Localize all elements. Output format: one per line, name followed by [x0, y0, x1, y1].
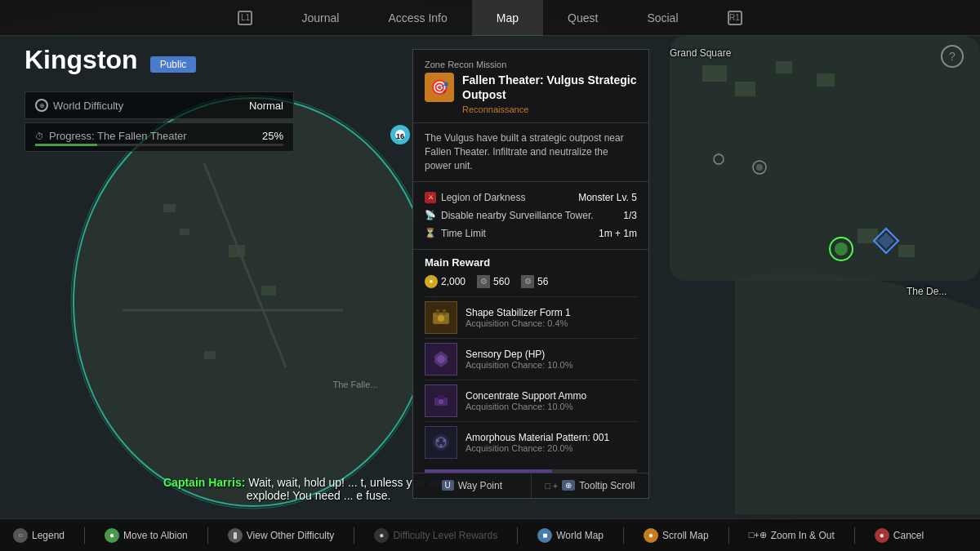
bottom-difficulty-rewards: ● Difficulty Level Rewards	[374, 528, 497, 543]
tab-access-info[interactable]: Access Info	[363, 0, 471, 36]
svg-point-2	[74, 98, 433, 506]
bottom-move-to-albion[interactable]: ● Move to Albion	[105, 528, 188, 543]
cancel-label: Cancel	[893, 530, 924, 541]
svg-marker-21	[878, 233, 894, 249]
progress-row: ⏱ Progress: The Fallen Theater 25%	[24, 122, 294, 152]
reward-item-1: Sensory Dep (HP) Acquisition Chance: 10.…	[425, 338, 637, 380]
svg-point-38	[433, 434, 449, 451]
waypoint-label: Way Point	[458, 480, 502, 491]
zoom-key-combo: □+⊕	[749, 530, 767, 540]
svg-point-42	[439, 444, 443, 447]
svg-point-18	[830, 238, 853, 260]
bottom-legend[interactable]: ○ Legend	[13, 528, 65, 543]
time-limit-label: ⏳ Time Limit	[425, 228, 486, 239]
world-map-icon: ■	[537, 528, 552, 543]
svg-point-26	[395, 130, 405, 140]
divider-7	[854, 527, 855, 544]
bottom-scroll-map[interactable]: ● Scroll Map	[644, 528, 709, 543]
svg-marker-20	[874, 229, 898, 253]
mission-title-info: Fallen Theater: Vulgus Strategic Outpost…	[462, 73, 637, 114]
coin-icon: ●	[425, 275, 438, 288]
difficulty-rewards-label: Difficulty Level Rewards	[393, 530, 497, 541]
scroll-map-label: Scroll Map	[662, 530, 709, 541]
svg-point-34	[437, 355, 445, 363]
reward-item-icon-1	[425, 343, 457, 375]
svg-rect-36	[438, 395, 444, 399]
popup-bottom-bar: U Way Point □ + ⊕ Tooltip Scroll	[413, 473, 648, 498]
bottom-world-map[interactable]: ■ World Map	[537, 528, 604, 543]
mission-tag: Reconnaissance	[462, 104, 637, 114]
svg-rect-7	[163, 204, 176, 212]
svg-text:The Falle...: The Falle...	[332, 380, 377, 389]
mission-popup: Zone Recon Mission 🎯 Fallen Theater: Vul…	[412, 49, 649, 499]
zoom-label: Zoom In & Out	[771, 530, 835, 541]
objective-progress: 1/3	[623, 210, 637, 221]
nav-l1: L1	[213, 0, 277, 36]
svg-point-19	[835, 242, 848, 256]
svg-rect-13	[735, 82, 755, 96]
tab-map[interactable]: Map	[472, 0, 543, 36]
reward-item-0: Shape Stabilizer Form 1 Acquisition Chan…	[425, 296, 637, 338]
location-title: Kingston	[24, 45, 138, 75]
top-navigation: L1 Journal Access Info Map Quest Social …	[0, 0, 980, 36]
reward-item-name-3: Amorphous Material Pattern: 001	[466, 432, 609, 443]
move-albion-icon: ●	[105, 528, 119, 543]
svg-point-1	[74, 98, 433, 506]
svg-rect-11	[204, 351, 216, 359]
dialogue-text2: explode! You need ... e fuse.	[247, 489, 391, 502]
legend-icon: ○	[13, 528, 28, 543]
mission-type: Zone Recon Mission	[425, 60, 637, 69]
tab-quest[interactable]: Quest	[543, 0, 622, 36]
dialogue-speaker: Captain Harris:	[163, 476, 245, 489]
l1-icon: L1	[238, 11, 252, 25]
reward-item-icon-3	[425, 426, 457, 459]
progress-label: ⏱ Progress: The Fallen Theater	[35, 130, 262, 142]
svg-point-37	[439, 399, 443, 404]
reward-title: Main Reward	[425, 256, 637, 269]
waypoint-button[interactable]: U Way Point	[413, 473, 532, 498]
reward-item-info-3: Amorphous Material Pattern: 001 Acquisit…	[466, 432, 609, 453]
svg-point-23	[756, 164, 763, 171]
svg-rect-17	[898, 245, 915, 257]
mission-icon: 🎯	[425, 73, 454, 102]
objective-row: 📡 Disable nearby Surveillance Tower. 1/3	[425, 207, 637, 224]
time-limit-value: 1m + 1m	[599, 228, 637, 239]
bottom-zoom[interactable]: □+⊕ Zoom In & Out	[749, 530, 835, 541]
divider-2	[207, 527, 208, 544]
reward-item-icon-2	[425, 384, 457, 417]
svg-point-22	[753, 161, 766, 174]
progress-bar	[35, 144, 283, 146]
mission-description: The Vulgus have built a strategic outpos…	[413, 123, 648, 181]
reward-item-chance-0: Acquisition Chance: 0.4%	[466, 318, 571, 328]
help-button[interactable]: ?	[941, 45, 964, 68]
svg-rect-14	[776, 61, 792, 73]
tab-social[interactable]: Social	[622, 0, 702, 36]
mission-header: Zone Recon Mission 🎯 Fallen Theater: Vul…	[413, 50, 648, 123]
legend-label: Legend	[32, 530, 65, 541]
bottom-cancel[interactable]: ● Cancel	[875, 528, 924, 543]
objective-label: 📡 Disable nearby Surveillance Tower.	[425, 210, 594, 221]
cancel-icon: ●	[875, 528, 889, 543]
divider-3	[354, 527, 354, 544]
tab-journal[interactable]: Journal	[277, 0, 363, 36]
reward-item-chance-2: Acquisition Chance: 10.0%	[466, 402, 586, 411]
mission-title-row: 🎯 Fallen Theater: Vulgus Strategic Outpo…	[425, 73, 637, 114]
svg-rect-12	[702, 65, 727, 82]
nav-r1: R1	[703, 0, 767, 36]
reward-item-3: Amorphous Material Pattern: 001 Acquisit…	[425, 421, 637, 463]
reward-item-chance-3: Acquisition Chance: 20.0%	[466, 443, 609, 453]
gear1-icon: ⚙	[477, 275, 490, 288]
world-map-label: World Map	[556, 530, 604, 541]
tooltip-scroll-icon: ⊕	[562, 480, 575, 491]
faction-label: ⚔ Legion of Darkness	[425, 192, 525, 203]
bottom-view-other-difficulty[interactable]: ▮ View Other Difficulty	[228, 528, 335, 543]
tooltip-scroll-label: Tooltip Scroll	[579, 480, 635, 491]
main-reward: Main Reward ● 2,000 ⚙ 560 ⚙ 56	[413, 250, 648, 469]
mission-stats: ⚔ Legion of Darkness Monster Lv. 5 📡 Dis…	[413, 182, 648, 250]
svg-point-41	[443, 439, 446, 442]
reward-item-info-2: Concentrate Support Ammo Acquisition Cha…	[466, 390, 586, 411]
svg-rect-9	[229, 245, 245, 257]
tooltip-key-combo: □ +	[545, 481, 558, 491]
tooltip-scroll-button[interactable]: □ + ⊕ Tooltip Scroll	[532, 473, 649, 498]
time-limit-row: ⏳ Time Limit 1m + 1m	[425, 224, 637, 242]
